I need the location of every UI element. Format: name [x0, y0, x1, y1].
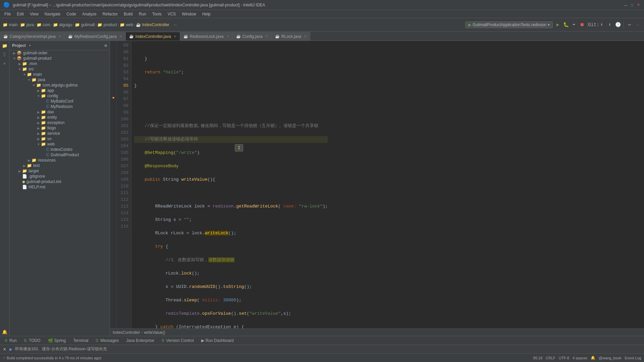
debug-button[interactable]: 🐛	[562, 21, 570, 28]
footer-controller[interactable]: IndexController	[113, 330, 140, 335]
breakpoint-marker[interactable]: ●	[110, 95, 117, 101]
tree-item-gulimall-order[interactable]: ▶ 📦 gulimall-order	[9, 50, 110, 56]
line-ending[interactable]: CRLF	[546, 356, 555, 360]
bottom-tab-todo[interactable]: 6: TODO	[21, 338, 44, 344]
tab-close-icon6[interactable]: ✕	[304, 35, 307, 38]
event-log[interactable]: Event Log	[625, 356, 641, 360]
tab-myredissonconfig[interactable]: ☕ MyRedissonConfig.java ✕	[65, 32, 126, 41]
notifications-icon[interactable]: 🔔	[1, 328, 8, 336]
menu-edit[interactable]: Edit	[14, 11, 26, 17]
bottom-tab-java-enterprise[interactable]: Java Enterprise	[123, 338, 157, 344]
tree-item-iml[interactable]: ◆ gulimall-product.iml	[9, 179, 110, 184]
coverage-button[interactable]: ☂	[570, 21, 578, 28]
stop-button[interactable]: ⏹	[578, 21, 586, 28]
tree-item-config[interactable]: ▼ 📁 config	[9, 93, 110, 99]
code-line-102: RLock rLock = lock.writeLock();	[134, 230, 328, 237]
bottom-tab-vcs[interactable]: 9: Version Control	[158, 338, 197, 344]
tree-item-feign[interactable]: ▶ 📁 feign	[9, 125, 110, 131]
breadcrumb-indexcontroller[interactable]: ☕ IndexController	[136, 22, 169, 27]
favorites-icon[interactable]: ★	[1, 60, 8, 67]
breadcrumb-java[interactable]: 📁 java	[20, 22, 34, 27]
tree-item-main[interactable]: ▼ 📁 main	[9, 72, 110, 77]
undo-button[interactable]: ↩	[626, 21, 633, 28]
menu-refactor[interactable]: Refactor	[100, 11, 120, 17]
tree-item-gulimall-product[interactable]: ▼ 📦 gulimall-product	[9, 56, 110, 61]
encoding[interactable]: UTF-8	[559, 356, 569, 360]
bottom-tab-run[interactable]: 4: Run	[1, 338, 20, 344]
maximize-button[interactable]: □	[630, 3, 634, 7]
tree-item-service[interactable]: ▶ 📁 service	[9, 131, 110, 136]
menu-file[interactable]: File	[2, 11, 13, 17]
tree-item-src[interactable]: ▼ 📁 src	[9, 66, 110, 72]
git-push-button[interactable]: ⬆	[606, 21, 613, 28]
sidebar-dropdown-icon[interactable]: ▾	[29, 43, 31, 48]
tree-item-app[interactable]: ▶ 📁 app	[9, 88, 110, 93]
redo-button[interactable]: ↪	[634, 21, 641, 28]
sidebar-gear-icon[interactable]: ⚙	[104, 43, 107, 48]
menu-window[interactable]: Window	[179, 11, 199, 17]
tree-item-test[interactable]: ▶ 📁 test	[9, 163, 110, 168]
tree-item-indexcontro[interactable]: C IndexContro	[9, 147, 110, 152]
tab-close-icon3[interactable]: ✕	[174, 35, 176, 38]
menu-run[interactable]: Run	[136, 11, 149, 17]
git-history-button[interactable]: 🕐	[614, 21, 622, 28]
tab-close-icon5[interactable]: ✕	[265, 35, 268, 38]
tab-categoryserviceimpl[interactable]: ☕ CategoryServiceImpl.java ✕	[0, 32, 65, 41]
tree-item-exception[interactable]: ▶ 📁 exception	[9, 120, 110, 125]
menu-build[interactable]: Build	[121, 11, 136, 17]
menu-help[interactable]: Help	[200, 11, 213, 17]
breadcrumb-gulimall[interactable]: 📁 gulimall	[75, 22, 95, 27]
bottom-tab-terminal[interactable]: Terminal	[70, 338, 92, 344]
tree-item-resources[interactable]: ▶ 📁 resources	[9, 158, 110, 163]
breadcrumb-atguigu[interactable]: 📁 atguigu	[53, 22, 72, 27]
tab-close-icon[interactable]: ✕	[58, 35, 61, 38]
tree-item-gulimallproduct[interactable]: C GulimallProduct	[9, 152, 110, 158]
tab-indexcontroller[interactable]: ☕ IndexController.java ✕	[126, 32, 180, 41]
breadcrumb-com[interactable]: 📁 com	[37, 22, 50, 27]
close-button[interactable]: ✕	[636, 3, 641, 7]
tree-item-com-atguigu[interactable]: ▼ 📁 com.atguigu.gulima	[9, 82, 110, 88]
menu-analyze[interactable]: Analyze	[79, 11, 99, 17]
indent-setting[interactable]: 4 spaces	[573, 356, 587, 360]
footer-method[interactable]: writeValue()	[144, 330, 165, 335]
git-update-button[interactable]: ⬇	[598, 21, 605, 28]
structure-icon[interactable]: ⌷	[1, 51, 8, 58]
bottom-tab-rundashboard[interactable]: ▶ Run Dashboard	[198, 338, 237, 344]
tab-config[interactable]: ☕ Config.java ✕	[233, 32, 272, 41]
tree-item-dao[interactable]: ▶ 📁 dao	[9, 109, 110, 115]
bottom-tab-spring[interactable]: 🌿 Spring	[45, 338, 69, 344]
tree-item-mybatisconf[interactable]: C MyBatisConf	[9, 99, 110, 104]
tree-item-gitignore[interactable]: 📄 .gitignore	[9, 174, 110, 179]
navigate-back-icon[interactable]: ↔	[173, 22, 177, 27]
run-button[interactable]: ▶	[554, 21, 561, 28]
tab-redissonlock[interactable]: ☕ RedissonLock.java ✕	[180, 32, 233, 41]
minimize-button[interactable]: —	[623, 3, 628, 7]
tree-item-target[interactable]: ▶ 📁 target	[9, 168, 110, 174]
code-content[interactable]: } return "hello"; } //保证一定能读到最新数据,修改期间，写…	[131, 41, 330, 328]
tree-item-entity[interactable]: ▶ 📁 entity	[9, 115, 110, 120]
cursor-position[interactable]: 95:18	[533, 356, 543, 360]
breadcrumb-web[interactable]: 📁 web	[120, 22, 133, 27]
tree-item-mvn[interactable]: ▶ 📁 .mvn	[9, 61, 110, 66]
tree-item-vo[interactable]: ▶ 📁 vo	[9, 136, 110, 141]
bottom-tab-messages[interactable]: 0: Messages	[93, 338, 122, 344]
tab-rlock[interactable]: ☕ RLock.java ✕	[272, 32, 310, 41]
tab-close-icon2[interactable]: ✕	[119, 35, 122, 38]
tree-item-myredisson[interactable]: C MyRedisson	[9, 104, 110, 109]
project-panel-icon[interactable]: 📁	[1, 42, 8, 50]
breadcrumb-main[interactable]: 📁 main	[3, 22, 17, 27]
tree-item-label: dao	[47, 110, 54, 114]
tree-item-web[interactable]: ▼ 📁 web	[9, 141, 110, 147]
tab-close-icon4[interactable]: ✕	[226, 35, 229, 38]
menu-tools[interactable]: Tools	[150, 11, 164, 17]
notifications-icon2[interactable]: 🔔	[591, 356, 595, 360]
menu-view[interactable]: View	[27, 11, 41, 17]
menu-vcs[interactable]: VCS	[165, 11, 179, 17]
breadcrumb-product[interactable]: 📁 product	[97, 22, 117, 27]
menu-code[interactable]: Code	[64, 11, 79, 17]
tree-item-java[interactable]: ▼ 📁 java	[9, 77, 110, 82]
tree-item-help[interactable]: 📄 HELP.md	[9, 184, 110, 190]
run-config-dropdown[interactable]: ▶ GulimallProductApplicationTests.rediss…	[465, 21, 553, 28]
menu-navigate[interactable]: Navigate	[42, 11, 63, 17]
notification-close-button[interactable]: ✕	[3, 347, 7, 352]
